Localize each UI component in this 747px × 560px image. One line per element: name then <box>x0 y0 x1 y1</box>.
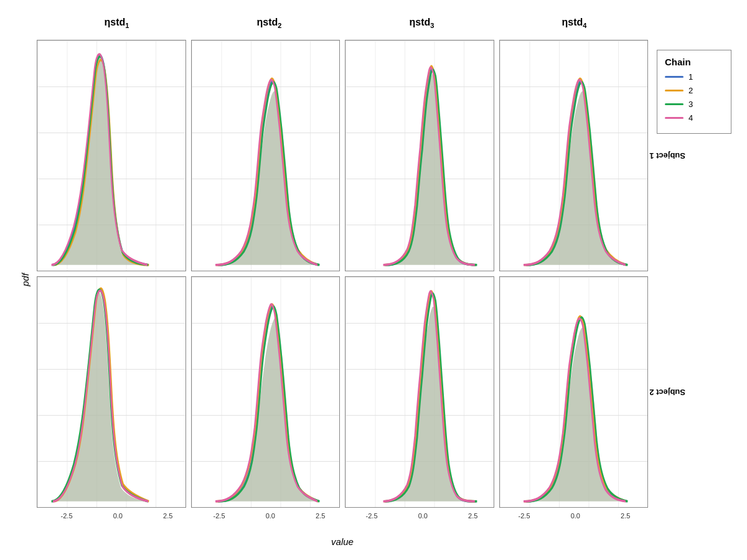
x-tick-2-2: 0.0 <box>266 512 275 520</box>
x-axis-title: value <box>34 532 651 551</box>
chart-container: pdf ηstd1 ηstd2 ηstd3 ηstd4 <box>16 9 731 551</box>
col-header-4: ηstd4 <box>498 9 651 37</box>
legend-label-4: 4 <box>688 113 693 123</box>
plots-and-legend: ηstd1 ηstd2 ηstd3 ηstd4 <box>34 9 731 551</box>
x-tick-3-3: 2.5 <box>468 512 477 520</box>
legend-item-2: 2 <box>665 86 723 95</box>
x-tick-4-1: -2.5 <box>519 512 530 520</box>
col-header-2: ηstd2 <box>193 9 345 37</box>
col-headers: ηstd1 ηstd2 ηstd3 ηstd4 <box>34 9 651 37</box>
x-tick-1-1: -2.5 <box>61 512 73 520</box>
legend-item-1: 1 <box>665 72 723 82</box>
legend-label-1: 1 <box>688 72 693 82</box>
legend-line-4 <box>665 117 684 119</box>
x-tick-2-3: 2.5 <box>316 512 325 520</box>
plot-row-2: Subject 2 <box>34 274 651 510</box>
x-tick-1-3: 2.5 <box>163 512 172 520</box>
plot-svg-r1c3 <box>345 40 494 271</box>
legend-line-1 <box>665 76 684 78</box>
x-tick-4-3: 2.5 <box>621 512 630 520</box>
plot-svg-r2c3 <box>345 277 494 507</box>
plot-cell-r2c3 <box>345 276 494 508</box>
plot-cell-r1c3 <box>345 40 494 271</box>
plot-cell-r2c2 <box>191 276 341 508</box>
plot-svg-r1c2 <box>192 40 340 271</box>
row-label-1: Subject 1 <box>549 140 747 171</box>
legend-line-3 <box>665 103 684 105</box>
x-tick-3-2: 0.0 <box>418 512 428 520</box>
row-label-2: Subject 2 <box>549 376 747 408</box>
x-labels-col1: -2.5 0.0 2.5 <box>40 510 193 532</box>
x-labels-row: -2.5 0.0 2.5 -2.5 0.0 2.5 -2.5 0.0 2.5 <box>34 510 651 532</box>
x-tick-1-2: 0.0 <box>113 512 123 520</box>
legend-item-4: 4 <box>665 113 723 123</box>
x-tick-2-1: -2.5 <box>214 512 225 520</box>
x-labels-col4: -2.5 0.0 2.5 <box>498 510 651 532</box>
chart-area: pdf ηstd1 ηstd2 ηstd3 ηstd4 <box>16 9 731 551</box>
legend-item-3: 3 <box>665 100 723 109</box>
plot-cell-r1c2 <box>191 40 341 271</box>
legend-box: Chain 1 2 3 4 <box>657 50 731 134</box>
plot-cell-r1c1 <box>37 40 186 271</box>
plot-svg-r2c2 <box>192 277 340 507</box>
plot-svg-r1c1 <box>37 40 186 271</box>
legend-title: Chain <box>665 57 723 67</box>
legend-label-2: 2 <box>688 86 693 95</box>
col-header-3: ηstd3 <box>345 9 498 37</box>
x-labels-col3: -2.5 0.0 2.5 <box>345 510 498 532</box>
plot-row-1: Subject 1 <box>34 37 651 274</box>
legend-line-2 <box>665 90 684 91</box>
legend-label-3: 3 <box>688 100 693 109</box>
plot-svg-r2c1 <box>37 277 186 507</box>
x-labels-col2: -2.5 0.0 2.5 <box>193 510 345 532</box>
x-tick-3-1: -2.5 <box>366 512 378 520</box>
plot-cell-r2c1 <box>37 276 186 508</box>
x-tick-4-2: 0.0 <box>571 512 580 520</box>
plots-section: ηstd1 ηstd2 ηstd3 ηstd4 <box>34 9 651 551</box>
col-header-1: ηstd1 <box>40 9 193 37</box>
y-axis-label: pdf <box>16 9 34 551</box>
legend-section: Chain 1 2 3 4 <box>651 9 731 551</box>
